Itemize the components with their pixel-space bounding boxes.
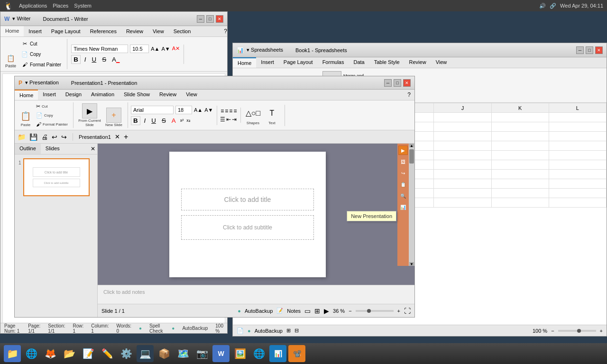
taskbar-filemanager-icon[interactable]: 📂 — [61, 345, 78, 362]
taskbar-chrome-icon[interactable]: 🌐 — [23, 345, 40, 362]
ss-cell[interactable] — [491, 189, 549, 198]
ss-cell[interactable] — [491, 141, 549, 151]
writer-font-name[interactable] — [71, 45, 128, 53]
slide-subtitle-placeholder[interactable]: Click to add subtitle — [181, 215, 314, 240]
pres-side-btn-3[interactable]: ↪ — [398, 168, 408, 178]
ss-cell[interactable] — [434, 160, 491, 170]
writer-help-icon[interactable]: ? — [224, 28, 227, 35]
scroll-down-btn[interactable]: ▼ — [409, 262, 414, 266]
scroll-up-btn[interactable]: ▲ — [409, 144, 414, 147]
taskbar-calc-dock-icon[interactable]: 📊 — [269, 345, 286, 362]
ss-cell[interactable] — [434, 151, 491, 160]
ss-cell[interactable] — [491, 170, 549, 179]
ss-cell[interactable] — [549, 170, 606, 179]
ss-app-btn[interactable]: ▾ Spreadsheets — [247, 47, 283, 53]
pres-zoom-slider[interactable] — [356, 310, 394, 312]
slide-panel-tab-outline[interactable]: Outline — [15, 144, 41, 154]
pres-undo-btn[interactable]: ↩ — [52, 133, 57, 141]
ss-tab-insert[interactable]: Insert — [256, 57, 279, 68]
writer-app-name[interactable]: ▾ Writer — [12, 16, 30, 22]
ss-cell[interactable] — [434, 170, 491, 179]
pres-indent-increase-btn[interactable]: ⇥ — [232, 116, 237, 123]
taskbar-terminal-icon[interactable]: 💻 — [137, 345, 154, 362]
pres-align-right-btn[interactable]: ≡ — [229, 108, 232, 114]
ss-cell[interactable] — [491, 198, 549, 208]
ss-cell[interactable] — [549, 198, 606, 208]
ss-sheet-btn[interactable]: 📄 — [237, 328, 244, 334]
writer-font-size[interactable] — [130, 45, 149, 53]
pres-justify-btn[interactable]: ≡ — [233, 108, 237, 114]
ss-cell[interactable] — [549, 189, 606, 198]
pres-help-icon[interactable]: ? — [407, 91, 411, 98]
notes-area[interactable]: Click to add notes — [98, 285, 414, 304]
ss-grid-icon[interactable]: ⊞ — [286, 328, 291, 334]
writer-close-btn[interactable]: ✕ — [216, 15, 223, 23]
pres-side-btn-5[interactable]: 🔍 — [398, 191, 408, 200]
ss-minimize-btn[interactable]: ─ — [576, 46, 584, 54]
pres-tab-design[interactable]: Design — [61, 90, 86, 100]
writer-clear-format-btn[interactable]: A✕ — [172, 46, 180, 52]
slide-panel-close-btn[interactable]: ✕ — [89, 144, 97, 154]
pres-tab-home[interactable]: Home — [15, 90, 38, 100]
pres-bold-btn[interactable]: B — [131, 116, 140, 125]
writer-decrease-font-btn[interactable]: A▼ — [161, 46, 170, 52]
system-menu[interactable]: System — [74, 3, 92, 9]
writer-tab-view[interactable]: View — [148, 26, 169, 36]
pres-font-size[interactable] — [175, 106, 192, 114]
taskbar-camera-icon[interactable]: 📷 — [193, 345, 211, 362]
writer-increase-font-btn[interactable]: A▲ — [151, 46, 159, 52]
taskbar-firefox-icon[interactable]: 🦊 — [42, 345, 59, 362]
ss-tab-view[interactable]: View — [431, 57, 452, 68]
writer-cut-btn[interactable]: ✂ Cut — [19, 39, 63, 48]
pres-tab-view[interactable]: View — [181, 90, 202, 100]
ss-cell[interactable] — [549, 113, 606, 122]
writer-italic-btn[interactable]: I — [83, 55, 88, 64]
pres-maximize-btn[interactable]: □ — [394, 79, 401, 87]
pres-tab-slideshow[interactable]: Slide Show — [119, 90, 155, 100]
taskbar-draw-icon[interactable]: ✏️ — [99, 345, 116, 362]
ss-tab-tablestyle[interactable]: Table Style — [369, 57, 405, 68]
writer-strikethrough-btn[interactable]: S — [100, 55, 108, 64]
taskbar-notes-icon[interactable]: 📝 — [80, 345, 97, 362]
pres-zoom-decrease-btn[interactable]: − — [349, 308, 351, 314]
ss-cell[interactable] — [549, 141, 606, 151]
pres-font-increase-btn[interactable]: A▲ — [194, 107, 202, 113]
pres-tab-review[interactable]: Review — [155, 90, 181, 100]
writer-tab-references[interactable]: References — [85, 26, 121, 36]
pres-save-btn[interactable]: 💾 — [29, 133, 37, 141]
ss-cell[interactable] — [549, 160, 606, 170]
ss-cell[interactable] — [434, 141, 491, 151]
writer-tab-home[interactable]: Home — [0, 26, 24, 36]
ss-cell[interactable] — [491, 151, 549, 160]
pres-from-current-btn[interactable]: ▶ From Current Slide — [76, 102, 103, 128]
ss-col-j[interactable]: J — [434, 103, 491, 113]
pres-strikethrough-btn[interactable]: S — [160, 117, 168, 125]
pres-col-btn[interactable]: ☰ — [220, 116, 225, 123]
pres-text-btn[interactable]: T Text — [263, 105, 281, 126]
pres-new-tab-btn[interactable]: + — [124, 133, 128, 141]
pres-italic-btn[interactable]: I — [142, 117, 148, 125]
pres-tab-animation[interactable]: Animation — [86, 90, 119, 100]
pres-notes-icon[interactable]: 📝 — [276, 308, 283, 314]
ss-close-btn[interactable]: ✕ — [595, 46, 603, 54]
pres-print-btn[interactable]: 🖨 — [41, 133, 48, 141]
pres-open-btn[interactable]: 📁 — [18, 133, 26, 141]
pres-format-painter-btn[interactable]: 🖌 Format Painter — [35, 120, 69, 128]
pres-fullscreen-btn[interactable]: ⛶ — [404, 307, 411, 315]
ss-cell[interactable] — [491, 132, 549, 141]
taskbar-impress-icon[interactable]: 🖼️ — [231, 345, 248, 362]
pres-side-btn-4[interactable]: 📋 — [398, 180, 408, 189]
writer-tab-pagelayout[interactable]: Page Layout — [46, 26, 85, 36]
pres-new-slide-btn[interactable]: + New Slide — [104, 107, 124, 128]
pres-paste-btn[interactable]: 📋 Paste — [18, 109, 34, 128]
taskbar-writer-dock-icon[interactable]: W — [212, 345, 230, 362]
ss-tab-review[interactable]: Review — [405, 57, 431, 68]
pres-side-btn-1[interactable]: ▶ — [398, 146, 408, 155]
ss-cell[interactable] — [491, 160, 549, 170]
ss-cell[interactable] — [434, 198, 491, 208]
taskbar-browser-icon[interactable]: 🌐 — [250, 345, 267, 362]
pres-side-btn-2[interactable]: 🖼 — [398, 157, 408, 166]
slide-thumbnail-1[interactable]: Click to add title Click to add subtitle — [23, 158, 90, 196]
ss-col-l[interactable]: L — [549, 103, 606, 113]
pres-shapes-btn[interactable]: △○□ Shapes — [244, 105, 262, 126]
